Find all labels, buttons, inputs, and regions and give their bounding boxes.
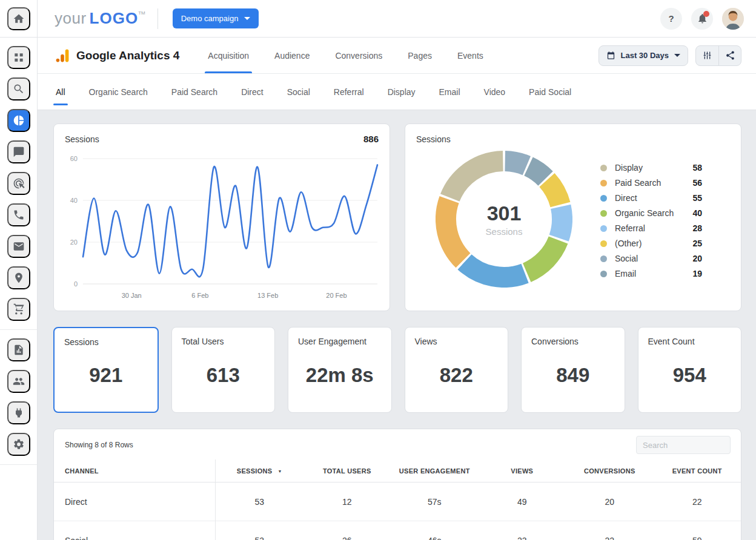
table-cell-channel: Direct <box>54 482 216 521</box>
filter-chip-social[interactable]: Social <box>287 74 310 110</box>
sidebar-item-grid[interactable] <box>7 46 30 69</box>
table-cell: 26 <box>303 521 391 540</box>
filter-chip-all[interactable]: All <box>56 74 65 110</box>
legend-item: Display58 <box>600 163 702 173</box>
tab-conversions[interactable]: Conversions <box>322 38 395 73</box>
y-axis-tick-label: 0 <box>74 280 78 288</box>
table-cell: 23 <box>479 521 566 540</box>
legend-dot <box>600 165 607 171</box>
filter-chip-referral[interactable]: Referral <box>334 74 364 110</box>
table-header-conversions[interactable]: CONVERSIONS <box>566 459 654 482</box>
plug-icon <box>13 407 25 419</box>
sort-indicator-icon: ▼ <box>277 469 282 473</box>
brand-logo: your LOGO TM <box>55 9 145 28</box>
sidebar-item-mail[interactable] <box>7 235 30 258</box>
legend-label: Direct <box>615 193 685 203</box>
metric-card-conversions[interactable]: Conversions849 <box>521 327 625 413</box>
settings-icon <box>13 438 25 450</box>
google-analytics-icon <box>55 48 70 64</box>
legend-label: Display <box>615 163 685 173</box>
location-icon <box>13 272 25 284</box>
filter-chip-email[interactable]: Email <box>439 74 460 110</box>
table-header-views[interactable]: VIEWS <box>479 459 566 482</box>
campaign-selector-button[interactable]: Demo campaign <box>173 8 259 28</box>
date-range-label: Last 30 Days <box>621 51 669 60</box>
table-header-channel[interactable]: CHANNEL <box>54 459 216 482</box>
sidebar-item-location[interactable] <box>7 266 30 289</box>
tab-audience[interactable]: Audience <box>262 38 322 73</box>
chat-icon <box>13 146 25 158</box>
filter-chip-organic-search[interactable]: Organic Search <box>89 74 148 110</box>
channels-table-card: Showing 8 of 8 Rows CHANNELSESSIONS▼TOTA… <box>53 429 741 540</box>
search-icon <box>13 83 25 95</box>
sidebar-group-1 <box>0 38 37 329</box>
table-row-count: Showing 8 of 8 Rows <box>65 441 133 449</box>
donut-segment-display <box>450 161 503 198</box>
sidebar-item-users[interactable] <box>7 370 30 393</box>
filter-settings-button[interactable] <box>696 46 718 65</box>
metric-card-sessions[interactable]: Sessions921 <box>53 327 159 413</box>
home-icon <box>13 13 25 25</box>
sidebar-item-plug[interactable] <box>7 401 30 424</box>
legend-value: 25 <box>692 239 702 248</box>
line-chart-total: 886 <box>363 134 379 144</box>
user-avatar[interactable] <box>722 8 744 30</box>
sidebar-item-ad-click[interactable] <box>7 172 30 195</box>
legend-dot <box>600 271 607 277</box>
x-axis-tick-label: 30 Jan <box>122 292 142 299</box>
filter-chip-display[interactable]: Display <box>388 74 416 110</box>
table-cell-channel: Social <box>54 521 216 540</box>
y-axis-tick-label: 20 <box>70 239 78 246</box>
channel-filter-bar: AllOrganic SearchPaid SearchDirectSocial… <box>38 74 756 110</box>
filter-chip-direct[interactable]: Direct <box>241 74 264 110</box>
table-search-input[interactable] <box>636 436 731 454</box>
report-title: Google Analytics 4 <box>76 49 179 62</box>
metric-card-total-users[interactable]: Total Users613 <box>171 327 276 413</box>
filter-chip-video[interactable]: Video <box>484 74 506 110</box>
table-header-label: EVENT COUNT <box>672 467 722 475</box>
channels-table: CHANNELSESSIONS▼TOTAL USERSUSER ENGAGEME… <box>54 459 741 540</box>
metric-card-value: 921 <box>55 328 158 412</box>
share-button[interactable] <box>718 46 741 65</box>
table-header-sessions[interactable]: SESSIONS▼ <box>216 459 303 482</box>
sidebar-item-search[interactable] <box>7 77 30 100</box>
report-icon <box>13 344 25 356</box>
tab-events[interactable]: Events <box>445 38 496 73</box>
topbar-actions: ? <box>660 8 744 30</box>
share-icon <box>725 50 735 61</box>
metric-card-event-count[interactable]: Event Count954 <box>638 327 742 413</box>
legend-label: Referral <box>615 223 685 233</box>
sidebar-item-pie-chart[interactable] <box>7 109 30 132</box>
legend-item: Paid Search56 <box>600 178 702 188</box>
metric-card-views[interactable]: Views822 <box>405 327 509 413</box>
table-header-event-count[interactable]: EVENT COUNT <box>654 459 741 482</box>
date-range-button[interactable]: Last 30 Days <box>598 45 689 66</box>
donut-segment--other- <box>547 180 560 205</box>
metric-card-user-engagement[interactable]: User Engagement22m 8s <box>288 327 392 413</box>
sidebar-item-home[interactable] <box>7 7 30 30</box>
legend-item: Referral28 <box>600 223 702 233</box>
table-header-total-users[interactable]: TOTAL USERS <box>303 459 391 482</box>
y-axis-tick-label: 40 <box>70 197 78 204</box>
caret-down-icon <box>244 17 250 20</box>
donut-chart-svg <box>436 151 572 288</box>
table-cell: 49 <box>479 482 566 521</box>
sidebar-item-chat[interactable] <box>7 140 30 163</box>
cart-icon <box>13 303 25 315</box>
sidebar-item-report[interactable] <box>7 338 30 361</box>
sidebar-item-cart[interactable] <box>7 298 30 321</box>
legend-item: Social20 <box>600 254 702 263</box>
help-button[interactable]: ? <box>660 8 682 30</box>
legend-value: 58 <box>692 163 702 173</box>
tab-pages[interactable]: Pages <box>395 38 445 73</box>
tab-acquisition[interactable]: Acquisition <box>195 38 262 73</box>
donut-segment-direct <box>465 262 525 277</box>
notifications-button[interactable] <box>691 8 713 30</box>
table-cell: 53 <box>216 521 303 540</box>
metric-card-value: 822 <box>405 328 508 412</box>
filter-chip-paid-search[interactable]: Paid Search <box>171 74 217 110</box>
filter-chip-paid-social[interactable]: Paid Social <box>529 74 571 110</box>
sidebar-item-settings[interactable] <box>7 433 30 456</box>
sidebar-item-phone[interactable] <box>7 203 30 226</box>
table-header-user-engagement[interactable]: USER ENGAGEMENT <box>391 459 479 482</box>
